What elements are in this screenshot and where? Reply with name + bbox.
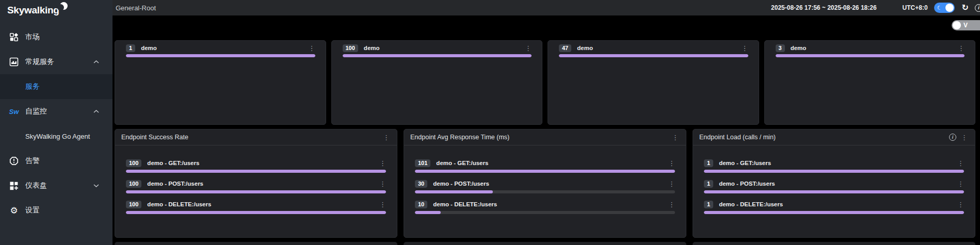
endpoint-avg-response-time-card: Endpoint Avg Response Time (ms) ⋮ 101 de… xyxy=(404,129,686,238)
service-metric-card: 1 demo ⋮ xyxy=(115,40,326,125)
metric-bar xyxy=(126,170,386,173)
partial-card xyxy=(115,242,397,245)
sidebar-item-label: 仪表盘 xyxy=(25,181,47,190)
endpoint-label[interactable]: demo - GET:/users xyxy=(436,160,488,166)
logo-text: Skywalking xyxy=(7,5,59,15)
service-metric-card: 3 demo ⋮ xyxy=(764,40,976,125)
moon-icon: ☾ xyxy=(937,5,942,11)
marketplace-icon xyxy=(9,32,19,42)
sidebar-item-marketplace[interactable]: 市场 xyxy=(0,25,113,50)
metric-label[interactable]: demo xyxy=(791,45,807,51)
metric-value-badge: 1 xyxy=(704,201,713,208)
endpoint-label[interactable]: demo - GET:/users xyxy=(719,160,771,166)
metric-label[interactable]: demo xyxy=(577,45,593,51)
more-menu-icon[interactable]: ⋮ xyxy=(383,134,390,141)
chevron-up-icon[interactable] xyxy=(93,110,99,113)
skywalking-logo: Skywalking xyxy=(0,0,113,16)
endpoint-row: 1 demo - DELETE:/users ⋮ xyxy=(704,200,964,214)
gear-icon: ⚙ xyxy=(9,206,19,215)
info-icon[interactable]: i xyxy=(975,4,980,12)
metric-bar xyxy=(559,54,748,57)
endpoint-label[interactable]: demo - POST:/users xyxy=(719,181,775,187)
more-menu-icon[interactable]: ⋮ xyxy=(957,201,964,208)
endpoint-row: 30 demo - POST:/users ⋮ xyxy=(415,179,675,193)
toggle-knob xyxy=(945,4,954,12)
more-menu-icon[interactable]: ⋮ xyxy=(379,181,386,187)
metric-bar xyxy=(415,211,675,214)
more-menu-icon[interactable]: ⋮ xyxy=(668,160,675,167)
sidebar-item-dashboards[interactable]: 仪表盘 xyxy=(0,173,113,198)
more-menu-icon[interactable]: ⋮ xyxy=(309,45,315,52)
sidebar-item-label: 市场 xyxy=(25,32,40,42)
metric-value-badge: 1 xyxy=(704,159,713,167)
endpoint-label[interactable]: demo - DELETE:/users xyxy=(719,201,783,207)
top-card-row: 1 demo ⋮ 100 demo ⋮ 47 demo ⋮ 3 demo ⋮ xyxy=(113,40,980,125)
more-menu-icon[interactable]: ⋮ xyxy=(961,134,968,141)
endpoint-label[interactable]: demo - POST:/users xyxy=(147,181,203,187)
chart-icon xyxy=(9,57,19,67)
metric-value-badge: 1 xyxy=(126,44,135,52)
sidebar-item-general-service[interactable]: 常规服务 xyxy=(0,50,113,74)
sidebar-item-alerting[interactable]: 告警 xyxy=(0,149,113,173)
card-title: Endpoint Load (calls / min) xyxy=(699,134,776,141)
sidebar-item-label: 设置 xyxy=(25,206,40,215)
more-menu-icon[interactable]: ⋮ xyxy=(668,181,675,187)
endpoint-row: 10 demo - DELETE:/users ⋮ xyxy=(415,200,675,214)
metric-bar xyxy=(776,54,965,57)
refresh-icon[interactable]: ↻ xyxy=(962,4,969,12)
topbar: General-Root 2025-08-26 17:56 ~ 2025-08-… xyxy=(113,0,980,15)
more-menu-icon[interactable]: ⋮ xyxy=(742,45,748,52)
endpoint-row: 101 demo - GET:/users ⋮ xyxy=(415,159,675,173)
metric-label[interactable]: demo xyxy=(364,45,380,51)
topbar-controls: 2025-08-26 17:56 ~ 2025-08-26 18:26 UTC+… xyxy=(771,3,978,13)
endpoint-label[interactable]: demo - GET:/users xyxy=(147,160,199,166)
card-title: Endpoint Success Rate xyxy=(121,134,188,141)
metric-bar xyxy=(126,54,315,57)
endpoint-label[interactable]: demo - DELETE:/users xyxy=(147,201,211,207)
more-menu-icon[interactable]: ⋮ xyxy=(957,160,964,167)
sidebar-item-skywalking-go-agent[interactable]: SkyWalking Go Agent xyxy=(0,124,113,149)
more-menu-icon[interactable]: ⋮ xyxy=(379,160,386,167)
endpoint-row: 100 demo - POST:/users ⋮ xyxy=(126,179,386,193)
metric-bar xyxy=(343,54,532,57)
sidebar-item-label: 告警 xyxy=(25,156,40,166)
more-menu-icon[interactable]: ⋮ xyxy=(525,45,532,52)
more-menu-icon[interactable]: ⋮ xyxy=(379,201,386,208)
endpoint-success-rate-card: Endpoint Success Rate ⋮ 100 demo - GET:/… xyxy=(115,129,397,238)
endpoint-label[interactable]: demo - DELETE:/users xyxy=(433,201,497,207)
service-metric-card: 47 demo ⋮ xyxy=(548,40,759,125)
metric-label[interactable]: demo xyxy=(141,45,157,51)
partial-card-row xyxy=(113,242,980,245)
more-menu-icon[interactable]: ⋮ xyxy=(958,45,965,52)
sidebar-item-label: 常规服务 xyxy=(25,57,54,67)
endpoint-row: 100 demo - GET:/users ⋮ xyxy=(126,159,386,173)
more-menu-icon[interactable]: ⋮ xyxy=(957,181,964,187)
more-menu-icon[interactable]: ⋮ xyxy=(668,201,675,208)
dashboard-title: General-Root xyxy=(116,4,156,12)
endpoint-row: 100 demo - DELETE:/users ⋮ xyxy=(126,200,386,214)
sidebar-item-service[interactable]: 服务 xyxy=(0,74,113,99)
metric-bar xyxy=(704,190,964,193)
endpoint-label[interactable]: demo - POST:/users xyxy=(433,181,489,187)
info-icon[interactable]: i xyxy=(949,134,956,141)
metric-value-badge: 100 xyxy=(126,159,141,167)
metric-value-badge: 100 xyxy=(126,180,141,188)
metric-value-badge: 1 xyxy=(704,180,713,188)
chevron-down-icon[interactable] xyxy=(93,184,99,187)
metric-bar xyxy=(415,170,675,173)
endpoint-row: 1 demo - GET:/users ⋮ xyxy=(704,159,964,173)
sidebar-item-self-observability[interactable]: Sw 自监控 xyxy=(0,99,113,124)
view-mode-toggle[interactable]: V xyxy=(952,20,980,30)
metric-value-badge: 47 xyxy=(559,44,571,52)
more-menu-icon[interactable]: ⋮ xyxy=(672,134,679,141)
sidebar-item-settings[interactable]: ⚙ 设置 xyxy=(0,198,113,223)
dark-mode-toggle[interactable]: ☾ xyxy=(934,3,955,13)
alert-shield-icon xyxy=(9,156,19,166)
metric-value-badge: 100 xyxy=(343,44,358,52)
timezone-label[interactable]: UTC+8:0 xyxy=(903,4,928,11)
card-title: Endpoint Avg Response Time (ms) xyxy=(410,134,509,141)
time-range-picker[interactable]: 2025-08-26 17:56 ~ 2025-08-26 18:26 xyxy=(771,4,877,11)
chevron-up-icon[interactable] xyxy=(93,60,99,63)
metric-value-badge: 101 xyxy=(415,159,430,167)
metric-value-badge: 100 xyxy=(126,201,141,208)
